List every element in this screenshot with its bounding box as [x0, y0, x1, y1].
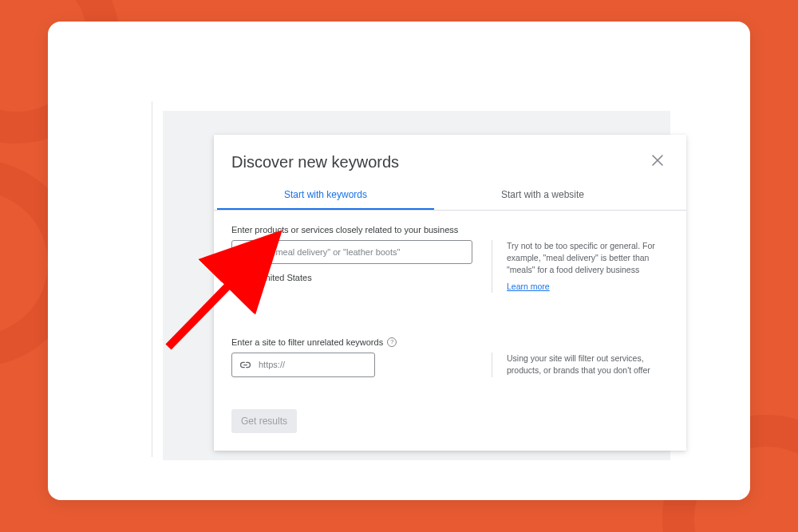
tab-keywords[interactable]: Start with keywords — [217, 181, 434, 210]
tab-website[interactable]: Start with a website — [434, 181, 651, 210]
learn-more-link[interactable]: Learn more — [507, 282, 550, 291]
help-icon[interactable]: ? — [387, 337, 397, 347]
filter-help-text: Using your site will filter out services… — [507, 353, 669, 376]
url-input-container[interactable] — [231, 353, 375, 377]
products-label: Enter products or services closely relat… — [231, 225, 669, 234]
url-input[interactable] — [259, 360, 369, 369]
keyword-help-text: Try not to be too specific or general. F… — [507, 240, 669, 277]
search-icon — [239, 246, 251, 258]
locale-row[interactable]: sh United States — [231, 272, 472, 282]
outer-card: Discover new keywords Start with keyword… — [48, 22, 750, 500]
svg-line-1 — [247, 254, 250, 257]
tabs: Start with keywords Start with a website — [214, 181, 686, 211]
link-icon — [239, 359, 251, 371]
keyword-input[interactable] — [258, 247, 464, 257]
close-icon — [652, 155, 663, 169]
dialog-header: Discover new keywords — [214, 135, 686, 181]
location-pin-icon — [246, 272, 255, 282]
close-button[interactable] — [646, 151, 669, 173]
language-suffix: sh — [231, 273, 241, 282]
get-results-button[interactable]: Get results — [231, 409, 297, 433]
filter-label: Enter a site to filter unrelated keyword… — [231, 337, 383, 347]
keyword-dialog: Discover new keywords Start with keyword… — [214, 135, 686, 451]
dialog-title: Discover new keywords — [231, 153, 399, 171]
svg-point-2 — [249, 274, 251, 276]
keyword-input-container[interactable] — [231, 240, 472, 264]
location-label: United States — [259, 273, 312, 282]
dialog-body: Enter products or services closely relat… — [214, 211, 686, 446]
divider-vertical — [152, 101, 152, 457]
